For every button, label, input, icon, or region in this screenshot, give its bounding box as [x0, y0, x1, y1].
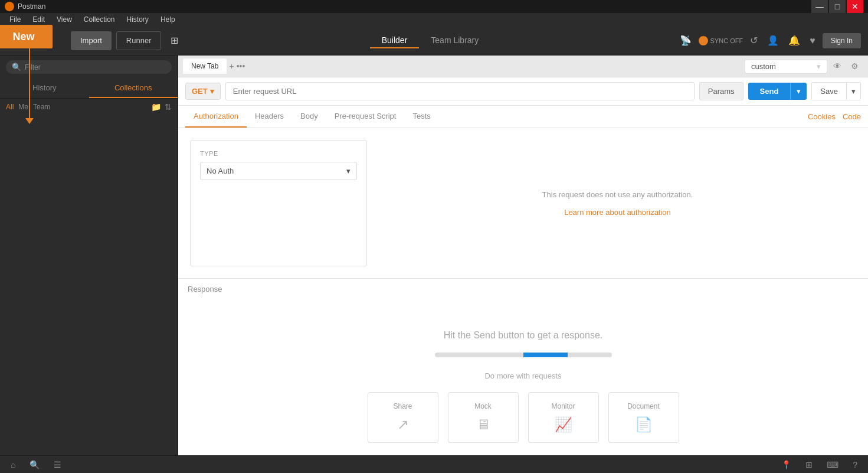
toolbar-right: 📡 SYNC OFF ↺ 👤 🔔 ♥ Sign In [677, 32, 861, 48]
req-tab-right: Cookies Code [808, 112, 861, 121]
auth-info-text: This request does not use any authorizat… [542, 190, 693, 199]
type-select[interactable]: No Auth ▾ [200, 162, 357, 180]
share-icon: ↗ [378, 416, 428, 433]
tab-row: New Tab + ••• custom ▾ 👁 ⚙ [178, 56, 868, 77]
new-tab-button[interactable]: + [229, 61, 234, 71]
sidebar-filter: All Me Team 📁 ⇅ [0, 99, 178, 115]
method-label: GET [192, 87, 208, 96]
tab-label: New Tab [191, 62, 218, 70]
params-button[interactable]: Params [699, 82, 743, 100]
tab-headers[interactable]: Headers [247, 106, 292, 128]
minimize-button[interactable]: — [811, 0, 828, 13]
share-action[interactable]: Share ↗ [368, 392, 438, 443]
menu-history[interactable]: History [122, 14, 153, 25]
monitor-icon: 📈 [538, 416, 589, 433]
learn-more-link[interactable]: Learn more about authorization [564, 208, 671, 217]
filter-all[interactable]: All [6, 103, 14, 111]
filter-team[interactable]: Team [33, 103, 50, 111]
bar-gray-right [568, 353, 612, 357]
toolbar: New Import Runner ⊞ Builder Team Library… [0, 26, 868, 56]
app-title: Postman [18, 2, 811, 11]
status-keyboard-icon[interactable]: ⌨ [823, 459, 842, 471]
tab-builder[interactable]: Builder [370, 33, 420, 48]
response-label: Response [188, 285, 222, 293]
bell-icon[interactable]: 🔔 [786, 32, 803, 48]
url-input[interactable] [225, 82, 695, 100]
extra-toolbar-button[interactable]: ⊞ [166, 31, 183, 50]
status-help-icon[interactable]: ? [849, 459, 861, 471]
sidebar-tabs: History Collections [0, 79, 178, 99]
tab-tests[interactable]: Tests [404, 106, 438, 128]
env-select-text: custom [751, 62, 813, 71]
document-label: Document [618, 402, 669, 410]
status-columns-icon[interactable]: ⊞ [802, 459, 816, 471]
menu-edit[interactable]: Edit [28, 14, 50, 25]
close-button[interactable]: ✕ [847, 0, 863, 13]
custom-env-select[interactable]: custom ▾ [745, 59, 827, 74]
monitor-action[interactable]: Monitor 📈 [528, 392, 599, 443]
search-icon: 🔍 [12, 63, 21, 71]
signin-button[interactable]: Sign In [823, 33, 861, 48]
import-button[interactable]: Import [71, 31, 112, 50]
status-search-icon[interactable]: 🔍 [26, 459, 43, 471]
gear-icon[interactable]: ⚙ [847, 59, 862, 73]
status-home-icon[interactable]: ⌂ [7, 459, 19, 471]
document-action[interactable]: Document 📄 [608, 392, 679, 443]
method-select[interactable]: GET ▾ [185, 83, 221, 100]
search-input[interactable] [25, 63, 166, 71]
user-icon[interactable]: 👤 [765, 32, 781, 48]
menu-collection[interactable]: Collection [79, 14, 120, 25]
maximize-button[interactable]: □ [829, 0, 846, 13]
new-folder-icon[interactable]: 📁 [151, 102, 161, 112]
url-bar: GET ▾ Params Send ▾ Save ▾ [178, 77, 868, 106]
window-controls: — □ ✕ [811, 0, 863, 13]
share-label: Share [378, 402, 428, 410]
response-body: Hit the Send button to get a response. D… [178, 299, 868, 473]
tab-teamlib[interactable]: Team Library [419, 33, 490, 48]
mock-label: Mock [458, 402, 509, 410]
tab-collections[interactable]: Collections [89, 79, 178, 98]
tab-body[interactable]: Body [292, 106, 326, 128]
send-dropdown-button[interactable]: ▾ [790, 83, 807, 100]
status-sidebar-icon[interactable]: ☰ [50, 459, 65, 471]
auth-type-panel: TYPE No Auth ▾ [190, 140, 367, 266]
tab-pre-request[interactable]: Pre-request Script [326, 106, 405, 128]
type-chevron-icon: ▾ [346, 167, 351, 175]
tab-history[interactable]: History [0, 79, 89, 98]
heart-icon[interactable]: ♥ [807, 33, 818, 48]
menu-view[interactable]: View [52, 14, 77, 25]
arrow-shaft [29, 48, 30, 119]
response-header: Response [178, 278, 868, 299]
titlebar: Postman — □ ✕ [0, 0, 868, 13]
status-pin-icon[interactable]: 📍 [778, 459, 795, 471]
tab-authorization[interactable]: Authorization [185, 106, 247, 128]
cookies-link[interactable]: Cookies [808, 112, 836, 121]
request-area: New Tab + ••• custom ▾ 👁 ⚙ GET ▾ [178, 56, 868, 473]
sync-label: SYNC OFF [710, 37, 743, 44]
more-tabs-button[interactable]: ••• [237, 61, 245, 71]
send-button[interactable]: Send [748, 83, 791, 100]
satellite-icon[interactable]: 📡 [677, 32, 694, 48]
mock-action[interactable]: Mock 🖥 [448, 392, 519, 443]
menu-help[interactable]: Help [156, 14, 180, 25]
mock-icon: 🖥 [458, 416, 509, 433]
menubar: File Edit View Collection History Help [0, 13, 868, 26]
tab-bar: New Tab + ••• [178, 56, 739, 77]
type-label: TYPE [200, 150, 357, 157]
monitor-label: Monitor [538, 402, 589, 410]
save-button[interactable]: Save [811, 82, 847, 100]
response-more: Do more with requests [484, 371, 561, 380]
save-dropdown-button[interactable]: ▾ [847, 82, 861, 100]
app-icon [5, 2, 14, 11]
response-hint: Hit the Send button to get a response. [444, 330, 603, 341]
refresh-icon[interactable]: ↺ [748, 32, 760, 48]
search-wrap: 🔍 [6, 60, 172, 74]
code-link[interactable]: Code [843, 112, 861, 121]
runner-button[interactable]: Runner [116, 31, 162, 50]
request-tab-new[interactable]: New Tab [183, 58, 227, 74]
eye-icon[interactable]: 👁 [830, 59, 845, 73]
bar-blue [523, 353, 568, 357]
menu-file[interactable]: File [5, 14, 25, 25]
sort-icon[interactable]: ⇅ [165, 102, 172, 112]
filter-me[interactable]: Me [18, 103, 28, 111]
